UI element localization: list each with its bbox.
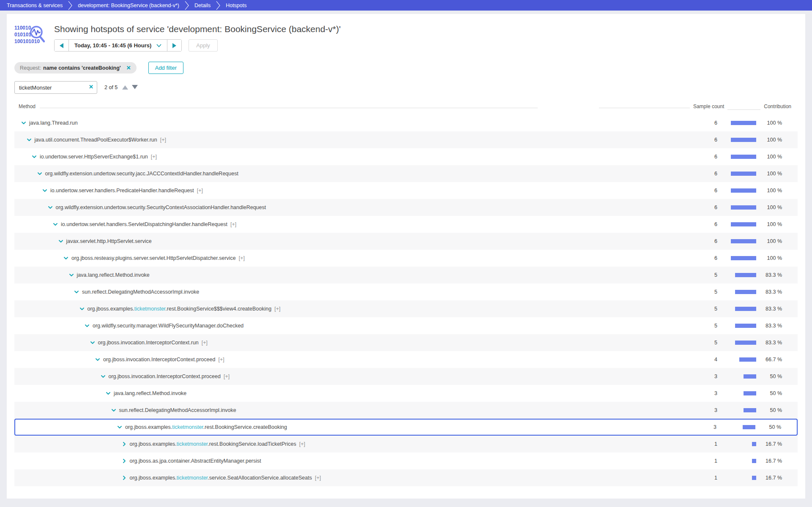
expand-chevron-icon[interactable]: [37, 171, 42, 176]
table-row[interactable]: org.jboss.resteasy.plugins.server.servle…: [14, 250, 798, 267]
timeframe-label: Today, 10:45 - 16:45 (6 Hours): [74, 42, 151, 49]
expand-chevron-icon[interactable]: [63, 256, 68, 261]
expand-plus-indicator[interactable]: [+]: [160, 137, 166, 143]
table-header: Method Sample count Contribution: [14, 103, 798, 110]
contribution-bar: [731, 155, 756, 159]
breadcrumb-separator-icon: [68, 0, 73, 11]
contribution-value: 100 %: [756, 255, 782, 261]
contribution-value: 100 %: [756, 221, 782, 227]
table-row[interactable]: org.jboss.examples.ticketmonster.rest.Bo…: [14, 419, 798, 436]
expand-chevron-icon[interactable]: [42, 188, 47, 193]
table-row[interactable]: java.lang.Thread.run 6 100 %: [14, 114, 798, 131]
contribution-bar: [735, 290, 756, 294]
expand-chevron-icon[interactable]: [101, 374, 106, 379]
column-header-contribution: Contribution: [764, 104, 791, 109]
sample-count-value: 5: [677, 272, 717, 278]
contribution-bar: [735, 324, 756, 328]
table-row[interactable]: org.wildfly.extension.undertow.security.…: [14, 199, 798, 216]
table-row[interactable]: org.jboss.invocation.InterceptorContext.…: [14, 334, 798, 351]
expand-plus-indicator[interactable]: [+]: [230, 221, 236, 227]
breadcrumb-item-hotspots[interactable]: Hotspots: [221, 0, 252, 11]
table-row[interactable]: sun.reflect.DelegatingMethodAccessorImpl…: [14, 283, 798, 300]
expand-chevron-icon[interactable]: [106, 391, 111, 396]
expand-chevron-icon[interactable]: [117, 425, 122, 430]
sample-count-value: 6: [677, 154, 717, 160]
table-row[interactable]: java.util.concurrent.ThreadPoolExecutor$…: [14, 131, 798, 148]
contribution-value: 16.7 %: [756, 441, 782, 447]
filter-chip[interactable]: Request: name contains 'createBooking' ✕: [14, 62, 137, 74]
expand-chevron-icon[interactable]: [27, 137, 32, 142]
sample-count-value: 6: [677, 255, 717, 261]
contribution-value: 83.3 %: [756, 340, 782, 346]
clear-search-icon[interactable]: ✕: [89, 84, 93, 90]
table-row[interactable]: org.jboss.examples.ticketmonster.service…: [14, 469, 798, 486]
search-input[interactable]: [14, 81, 97, 94]
sample-count-value: 3: [677, 373, 717, 379]
contribution-value: 100 %: [756, 154, 782, 160]
method-name: java.lang.reflect.Method.invoke: [114, 390, 186, 396]
table-row[interactable]: javax.servlet.http.HttpServlet.service 6…: [14, 233, 798, 250]
expand-plus-indicator[interactable]: [+]: [151, 154, 157, 160]
expand-chevron-icon[interactable]: [122, 458, 127, 463]
expand-chevron-icon[interactable]: [111, 408, 116, 413]
header-divider: [599, 108, 690, 108]
svg-text:010101: 010101: [14, 32, 31, 38]
breadcrumb-item-details[interactable]: Details: [189, 0, 216, 11]
expand-chevron-icon[interactable]: [48, 205, 53, 210]
table-row[interactable]: org.jboss.examples.ticketmonster.rest.Bo…: [14, 300, 798, 317]
expand-plus-indicator[interactable]: [+]: [197, 188, 203, 194]
table-row[interactable]: org.jboss.invocation.InterceptorContext.…: [14, 351, 798, 368]
expand-chevron-icon[interactable]: [53, 222, 58, 227]
breadcrumb-item-service[interactable]: development: BookingService (backend-v*): [73, 0, 184, 11]
expand-plus-indicator[interactable]: [+]: [224, 373, 230, 379]
expand-chevron-icon[interactable]: [85, 323, 90, 328]
match-next-button[interactable]: [132, 85, 138, 90]
expand-chevron-icon[interactable]: [69, 273, 74, 278]
table-row[interactable]: org.jboss.invocation.InterceptorContext.…: [14, 368, 798, 385]
table-row[interactable]: org.wildfly.security.manager.WildFlySecu…: [14, 317, 798, 334]
expand-plus-indicator[interactable]: [+]: [315, 475, 321, 481]
expand-chevron-icon[interactable]: [95, 357, 100, 362]
expand-plus-indicator[interactable]: [+]: [239, 255, 245, 261]
add-filter-button[interactable]: Add filter: [148, 62, 183, 74]
expand-chevron-icon[interactable]: [79, 306, 85, 311]
expand-plus-indicator[interactable]: [+]: [202, 340, 208, 346]
sample-count-value: 3: [677, 390, 717, 396]
table-row[interactable]: io.undertow.servlet.handlers.ServletDisp…: [14, 216, 798, 233]
contribution-bar: [752, 476, 756, 480]
timeframe-selector[interactable]: Today, 10:45 - 16:45 (6 Hours): [69, 40, 167, 51]
svg-text:100101010: 100101010: [14, 38, 40, 44]
table-row[interactable]: sun.reflect.DelegatingMethodAccessorImpl…: [14, 402, 798, 419]
sample-count-value: 5: [677, 289, 717, 295]
match-prev-button[interactable]: [122, 85, 128, 90]
expand-chevron-icon[interactable]: [90, 340, 95, 345]
expand-plus-indicator[interactable]: [+]: [299, 441, 305, 447]
method-name: java.lang.reflect.Method.invoke: [77, 272, 150, 278]
expand-chevron-icon[interactable]: [122, 475, 127, 480]
table-row[interactable]: io.undertow.server.handlers.PredicateHan…: [14, 182, 798, 199]
timeframe-forward-button[interactable]: [167, 40, 181, 51]
timeframe-back-button[interactable]: [55, 40, 69, 51]
table-row[interactable]: org.wildfly.extension.undertow.security.…: [14, 165, 798, 182]
method-name: org.jboss.as.jpa.container.AbstractEntit…: [130, 458, 261, 464]
contribution-value: 100 %: [756, 120, 782, 126]
expand-chevron-icon[interactable]: [122, 442, 127, 447]
expand-plus-indicator[interactable]: [+]: [274, 306, 280, 312]
expand-chevron-icon[interactable]: [21, 120, 26, 125]
expand-plus-indicator[interactable]: [+]: [218, 357, 224, 363]
filter-chip-remove-icon[interactable]: ✕: [126, 65, 131, 71]
table-row[interactable]: io.undertow.server.HttpServerExchange$1.…: [14, 148, 798, 165]
method-name: sun.reflect.DelegatingMethodAccessorImpl…: [82, 289, 199, 295]
expand-chevron-icon[interactable]: [32, 154, 37, 159]
breadcrumb-item-transactions[interactable]: Transactions & services: [7, 0, 68, 11]
table-row[interactable]: org.jboss.as.jpa.container.AbstractEntit…: [14, 452, 798, 469]
expand-chevron-icon[interactable]: [58, 239, 63, 244]
breadcrumb-separator-icon: [184, 0, 189, 11]
table-row[interactable]: org.jboss.examples.ticketmonster.rest.Bo…: [14, 436, 798, 452]
expand-chevron-icon[interactable]: [74, 289, 79, 294]
sample-count-value: 6: [677, 120, 717, 126]
table-row[interactable]: java.lang.reflect.Method.invoke 3 50 %: [14, 385, 798, 402]
method-name: org.wildfly.extension.undertow.security.…: [45, 171, 238, 177]
table-row[interactable]: java.lang.reflect.Method.invoke 5 83.3 %: [14, 267, 798, 283]
apply-button[interactable]: Apply: [189, 39, 218, 52]
